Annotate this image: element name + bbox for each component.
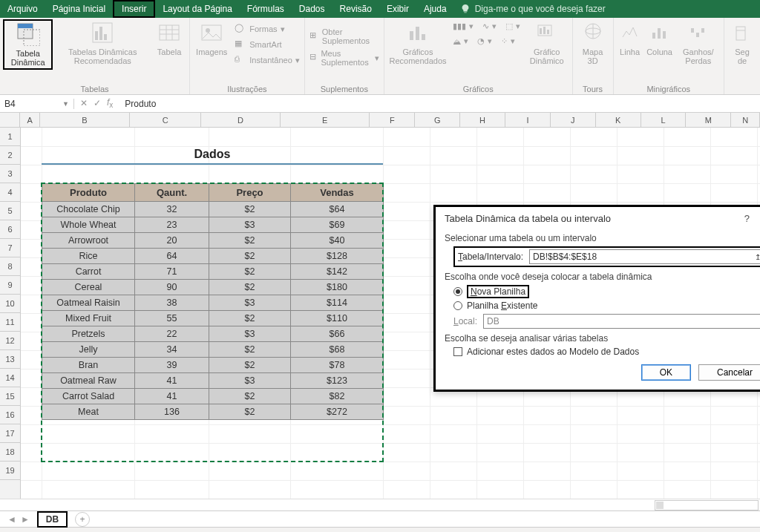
col-header-B[interactable]: B	[40, 113, 130, 127]
row-header-12[interactable]: 12	[0, 332, 20, 350]
select-all-corner[interactable]	[0, 113, 20, 127]
col-header-K[interactable]: K	[596, 113, 641, 127]
cancel-x-icon[interactable]: ✕	[80, 98, 88, 108]
col-header-I[interactable]: I	[505, 113, 551, 127]
menu-layout[interactable]: Layout da Página	[155, 0, 239, 18]
col-header-N[interactable]: N	[731, 113, 760, 127]
slicer-label: Seg de	[730, 47, 754, 65]
add-sheet-button[interactable]: +	[75, 512, 90, 527]
col-header-H[interactable]: H	[460, 113, 505, 127]
menu-exibir[interactable]: Exibir	[379, 0, 416, 18]
col-header-M[interactable]: M	[686, 113, 731, 127]
menu-inserir[interactable]: Inserir	[113, 0, 155, 18]
map-3d-label: Mapa 3D	[579, 47, 607, 65]
row-header-19[interactable]: 19	[0, 462, 20, 480]
help-icon[interactable]: ?	[744, 213, 750, 224]
radio-existing-sheet[interactable]: Planilha Existente	[453, 301, 760, 311]
row-header-9[interactable]: 9	[0, 276, 20, 295]
range-input[interactable]: DB!$B$4:$E$18 ↥	[529, 249, 760, 264]
row-header-4[interactable]: 4	[0, 183, 20, 202]
table-title: Dados	[42, 148, 383, 165]
row-header-3[interactable]: 3	[0, 165, 20, 183]
scatter-icon: ⁘	[501, 36, 508, 46]
cancel-button[interactable]: Cancelar	[698, 364, 760, 381]
my-addins-button[interactable]: ⊟Meus Suplementos ▾	[308, 48, 381, 68]
checkbox-icon	[453, 347, 462, 356]
col-header-J[interactable]: J	[551, 113, 596, 127]
chart-pie-button[interactable]: ◔▾	[476, 36, 494, 47]
shapes-button[interactable]: ◯Formas ▾	[233, 22, 301, 36]
collapse-range-icon[interactable]: ↥	[753, 252, 760, 262]
col-header-C[interactable]: C	[130, 113, 202, 127]
col-header-G[interactable]: G	[415, 113, 460, 127]
horizontal-scrollbar[interactable]	[655, 500, 759, 510]
row-header-18[interactable]: 18	[0, 443, 20, 462]
chevron-down-icon: ▾	[295, 56, 300, 65]
col-header-A[interactable]: A	[20, 113, 40, 127]
menu-revisao[interactable]: Revisão	[332, 0, 379, 18]
col-header-F[interactable]: F	[370, 113, 415, 127]
row-header-14[interactable]: 14	[0, 369, 20, 387]
chart-line-button[interactable]: ∿▾	[481, 21, 498, 32]
range-field-row: Tabela/Intervalo: DB!$B$4:$E$18 ↥	[453, 246, 760, 267]
enter-check-icon[interactable]: ✓	[94, 98, 101, 108]
chart-map-button[interactable]: ⛰▾	[451, 36, 470, 47]
row-header-7[interactable]: 7	[0, 239, 20, 257]
pivot-table-button[interactable]: Tabela Dinâmica	[3, 19, 53, 70]
chart-scatter-button[interactable]: ⁘▾	[499, 36, 517, 47]
row-header-2[interactable]: 2	[0, 146, 20, 165]
row-header-16[interactable]: 16	[0, 406, 20, 424]
row-header-13[interactable]: 13	[0, 350, 20, 369]
chart-hier-button[interactable]: ⬚▾	[504, 21, 522, 32]
table-button[interactable]: Tabela	[152, 19, 186, 58]
chart-bar-button[interactable]: ▮▮▮▾	[451, 21, 475, 32]
sparkline-winloss-button[interactable]: Ganhos/ Perdas	[676, 19, 721, 67]
table-row: Rice64$2$128	[42, 249, 384, 264]
table-header: Preço	[209, 184, 291, 202]
row-header-17[interactable]: 17	[0, 424, 20, 443]
formula-input[interactable]: Produto	[119, 99, 760, 109]
tell-me[interactable]: Diga-me o que você deseja fazer	[460, 0, 606, 18]
row-header-8[interactable]: 8	[0, 257, 20, 276]
screenshot-button[interactable]: ⎙Instantâneo ▾	[233, 53, 301, 67]
sparkline-line-button[interactable]: Linha	[617, 19, 643, 58]
add-to-model-checkbox[interactable]: Adicionar estes dados ao Modelo de Dados	[453, 347, 760, 357]
svg-rect-16	[422, 34, 425, 40]
map-3d-button[interactable]: Mapa 3D	[576, 19, 610, 67]
table-row: Carrot Salad41$2$82	[42, 389, 384, 404]
row-header-11[interactable]: 11	[0, 313, 20, 332]
smartart-button[interactable]: ▦SmartArt	[233, 38, 301, 51]
menu-pagina-inicial[interactable]: Página Inicial	[45, 0, 113, 18]
name-box[interactable]: B4▼	[0, 99, 74, 109]
menu-ajuda[interactable]: Ajuda	[416, 0, 454, 18]
menu-arquivo[interactable]: Arquivo	[0, 0, 45, 18]
sparkline-col-button[interactable]: Coluna	[646, 19, 673, 58]
recommended-charts-button[interactable]: Gráficos Recomendados	[387, 19, 448, 67]
row-header-5[interactable]: 5	[0, 202, 20, 220]
recommended-pivot-button[interactable]: Tabelas Dinâmicas Recomendadas	[56, 19, 149, 67]
slicer-icon	[730, 21, 754, 45]
row-header-15[interactable]: 15	[0, 387, 20, 406]
menu-dados[interactable]: Dados	[292, 0, 332, 18]
next-sheet-icon[interactable]: ►	[21, 514, 30, 525]
collapse-local-icon[interactable]: ↥	[757, 316, 760, 326]
local-input[interactable]: DB ↥	[483, 314, 760, 329]
row-header-6[interactable]: 6	[0, 220, 20, 239]
pivot-chart-button[interactable]: Gráfico Dinâmico	[525, 19, 569, 67]
col-header-E[interactable]: E	[281, 113, 370, 127]
sheet-tabs-row: ◄ ► DB +	[0, 510, 760, 527]
sheet-tab-db[interactable]: DB	[37, 511, 68, 528]
ok-button[interactable]: OK	[641, 364, 691, 381]
radio-new-sheet[interactable]: Nova Planilha	[453, 285, 760, 298]
table-row: Carrot71$2$142	[42, 264, 384, 280]
images-button[interactable]: Imagens	[193, 19, 230, 58]
col-header-D[interactable]: D	[201, 113, 280, 127]
get-addins-button[interactable]: ⊞Obter Suplementos	[308, 27, 381, 46]
row-header-10[interactable]: 10	[0, 295, 20, 313]
menu-formulas[interactable]: Fórmulas	[240, 0, 292, 18]
fx-icon[interactable]: fx	[107, 97, 113, 109]
col-header-L[interactable]: L	[641, 113, 687, 127]
slicer-button[interactable]: Seg de	[727, 19, 757, 67]
prev-sheet-icon[interactable]: ◄	[7, 514, 16, 525]
row-header-1[interactable]: 1	[0, 128, 20, 146]
